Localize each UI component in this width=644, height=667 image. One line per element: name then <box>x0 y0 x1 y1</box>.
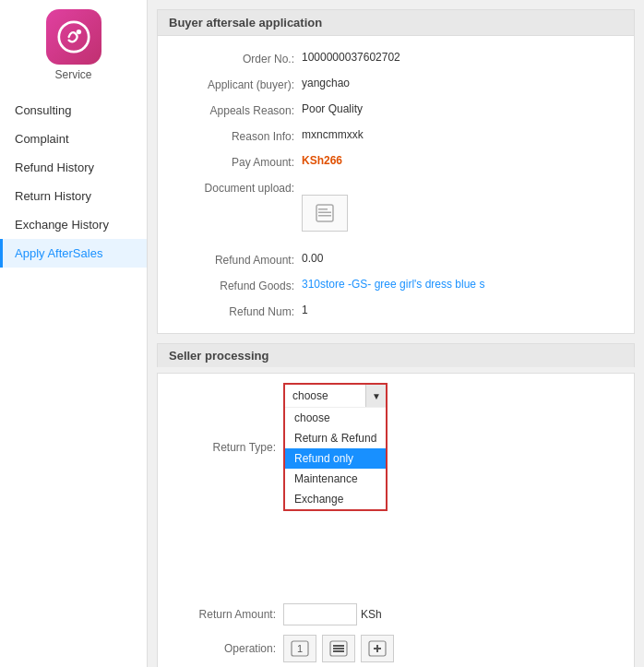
refund-goods-label: Refund Goods: <box>173 278 302 292</box>
operation-btn-list[interactable] <box>322 635 355 662</box>
appeals-reason-label: Appeals Reason: <box>173 102 302 117</box>
svg-text:1: 1 <box>297 643 303 654</box>
seller-section-header: Seller processing <box>157 343 635 367</box>
buyer-section-body: Order No.: 1000000037602702 Applicant (b… <box>157 35 635 334</box>
return-amount-input-group: KSh <box>283 603 382 625</box>
svg-rect-3 <box>318 208 328 210</box>
refund-amount-row: Refund Amount: 0.00 <box>158 246 634 272</box>
reason-info-value: mxncmmxxk <box>302 128 619 141</box>
refund-num-label: Refund Num: <box>173 304 302 318</box>
reason-info-row: Reason Info: mxncmmxxk <box>158 123 634 149</box>
svg-rect-4 <box>318 212 331 214</box>
return-type-container: choose ▼ choose Return & Refund Refund o… <box>283 383 388 511</box>
upload-button[interactable] <box>302 195 348 232</box>
option-maintenance[interactable]: Maintenance <box>285 469 386 489</box>
seller-section-body: Return Type: choose ▼ choose Return & Re… <box>157 373 635 667</box>
operation-buttons-group: 1 <box>283 635 394 662</box>
order-no-label: Order No.: <box>173 51 302 66</box>
sidebar-item-apply-aftersales[interactable]: Apply AfterSales <box>0 239 147 268</box>
applicant-row: Applicant (buyer): yangchao <box>158 71 634 97</box>
pay-amount-value: KSh266 <box>302 154 619 167</box>
sidebar-item-refund-history[interactable]: Refund History <box>0 153 147 182</box>
option-choose[interactable]: choose <box>285 408 386 428</box>
reason-info-label: Reason Info: <box>173 128 302 143</box>
app-logo <box>46 9 101 65</box>
sidebar: Service Consulting Complaint Refund Hist… <box>0 0 148 667</box>
sidebar-item-complaint[interactable]: Complaint <box>0 125 147 153</box>
option-exchange[interactable]: Exchange <box>285 489 386 509</box>
return-amount-label: Return Amount: <box>173 608 283 621</box>
pay-amount-row: Pay Amount: KSh266 <box>158 149 634 174</box>
dropdown-selected-text: choose <box>285 387 365 405</box>
document-upload-row: Document upload: <box>158 174 634 246</box>
refund-num-value: 1 <box>302 304 619 316</box>
return-amount-input[interactable] <box>283 603 357 625</box>
applicant-label: Applicant (buyer): <box>173 77 302 91</box>
applicant-value: yangchao <box>302 77 619 89</box>
return-type-label: Return Type: <box>173 441 283 454</box>
order-no-row: Order No.: 1000000037602702 <box>158 45 634 71</box>
sidebar-nav: Consulting Complaint Refund History Retu… <box>0 96 147 268</box>
return-type-dropdown[interactable]: choose ▼ choose Return & Refund Refund o… <box>283 383 388 511</box>
sidebar-item-exchange-history[interactable]: Exchange History <box>0 210 147 239</box>
buyer-section-header: Buyer aftersale application <box>157 9 635 35</box>
document-upload-area <box>302 180 619 241</box>
pay-amount-label: Pay Amount: <box>173 154 302 169</box>
return-type-row: Return Type: choose ▼ choose Return & Re… <box>173 383 619 511</box>
option-refund-only[interactable]: Refund only <box>285 448 386 469</box>
refund-num-row: Refund Num: 1 <box>158 298 634 324</box>
svg-rect-9 <box>333 645 344 647</box>
order-no-value: 1000000037602702 <box>302 51 619 64</box>
sidebar-item-return-history[interactable]: Return History <box>0 182 147 210</box>
dropdown-header[interactable]: choose ▼ <box>285 385 386 408</box>
appeals-reason-row: Appeals Reason: Poor Quality <box>158 97 634 123</box>
service-label: Service <box>54 68 91 81</box>
svg-point-1 <box>76 30 80 34</box>
svg-point-0 <box>58 22 88 52</box>
svg-rect-11 <box>333 650 344 652</box>
svg-rect-5 <box>318 215 331 217</box>
operation-btn-confirm[interactable]: 1 <box>283 635 316 662</box>
sidebar-item-consulting[interactable]: Consulting <box>0 96 147 125</box>
svg-rect-10 <box>333 648 344 649</box>
return-amount-row: Return Amount: KSh <box>173 603 619 625</box>
document-upload-label: Document upload: <box>173 180 302 195</box>
refund-goods-row: Refund Goods: 310store -GS- gree girl's … <box>158 272 634 298</box>
appeals-reason-value: Poor Quality <box>302 102 619 115</box>
option-return-refund[interactable]: Return & Refund <box>285 428 386 448</box>
operation-btn-add[interactable] <box>361 635 394 662</box>
refund-amount-value: 0.00 <box>302 252 619 265</box>
refund-goods-value[interactable]: 310store -GS- gree girl's dress blue s <box>302 278 619 291</box>
refund-amount-label: Refund Amount: <box>173 252 302 267</box>
operation-row: Operation: 1 <box>173 635 619 662</box>
operation-label: Operation: <box>173 642 283 655</box>
return-amount-unit: KSh <box>361 608 382 621</box>
main-content: Buyer aftersale application Order No.: 1… <box>148 0 644 667</box>
dropdown-arrow-icon[interactable]: ▼ <box>365 385 386 407</box>
